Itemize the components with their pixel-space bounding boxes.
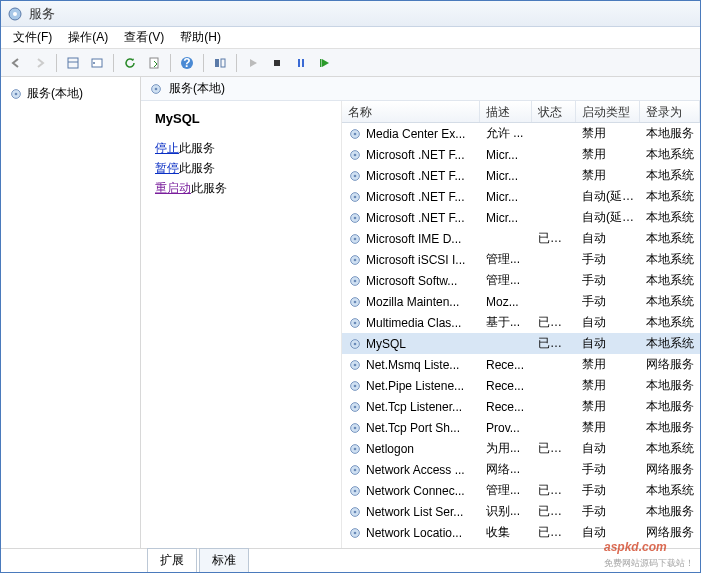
svg-point-30 <box>354 237 357 240</box>
service-row[interactable]: Microsoft Softw...管理...手动本地系统 <box>342 270 700 291</box>
cell-start: 手动 <box>576 503 640 520</box>
back-button[interactable] <box>5 52 27 74</box>
restart-action: 重启动此服务 <box>155 180 327 197</box>
service-list-rows: Media Center Ex...允许 ...禁用本地服务Microsoft … <box>342 123 700 543</box>
menu-file[interactable]: 文件(F) <box>5 27 60 48</box>
properties-button[interactable] <box>86 52 108 74</box>
detail-view-button[interactable] <box>62 52 84 74</box>
svg-point-28 <box>354 216 357 219</box>
toolbar-separator <box>236 54 237 72</box>
cell-start: 自动 <box>576 314 640 331</box>
menu-view[interactable]: 查看(V) <box>116 27 172 48</box>
svg-point-36 <box>354 300 357 303</box>
cell-start: 手动 <box>576 272 640 289</box>
cell-start: 禁用 <box>576 356 640 373</box>
cell-name: Netlogon <box>342 442 480 456</box>
gear-icon <box>348 316 362 330</box>
cell-start: 手动 <box>576 482 640 499</box>
refresh-button[interactable] <box>119 52 141 74</box>
cell-name: Microsoft iSCSI I... <box>342 253 480 267</box>
svg-point-52 <box>354 468 357 471</box>
start-service-button[interactable] <box>242 52 264 74</box>
gear-icon <box>348 232 362 246</box>
cell-desc: Micr... <box>480 211 532 225</box>
col-start[interactable]: 启动类型 <box>576 101 640 122</box>
cell-logon: 本地服务 <box>640 398 700 415</box>
svg-point-22 <box>354 153 357 156</box>
service-row[interactable]: Net.Tcp Listener...Rece...禁用本地服务 <box>342 396 700 417</box>
menu-help[interactable]: 帮助(H) <box>172 27 229 48</box>
pause-link[interactable]: 暂停 <box>155 161 179 175</box>
service-row[interactable]: Media Center Ex...允许 ...禁用本地服务 <box>342 123 700 144</box>
cell-desc: Moz... <box>480 295 532 309</box>
col-logon[interactable]: 登录为 <box>640 101 700 122</box>
gear-icon <box>348 421 362 435</box>
cell-status: 已启动 <box>532 524 576 541</box>
cell-start: 自动(延迟... <box>576 209 640 226</box>
tab-standard[interactable]: 标准 <box>199 548 249 572</box>
cell-desc: 收集 <box>480 524 532 541</box>
service-row[interactable]: Network Connec...管理...已启动手动本地系统 <box>342 480 700 501</box>
toolbar-separator <box>203 54 204 72</box>
gear-icon <box>348 274 362 288</box>
cell-name: Microsoft IME D... <box>342 232 480 246</box>
cell-start: 禁用 <box>576 377 640 394</box>
gear-icon <box>348 379 362 393</box>
service-row[interactable]: Net.Pipe Listene...Rece...禁用本地服务 <box>342 375 700 396</box>
tree-root-label: 服务(本地) <box>27 85 83 102</box>
cell-start: 禁用 <box>576 146 640 163</box>
cell-desc: 网络... <box>480 461 532 478</box>
restart-service-button[interactable] <box>314 52 336 74</box>
show-hide-button[interactable] <box>209 52 231 74</box>
selected-service-name: MySQL <box>155 111 327 126</box>
service-row[interactable]: Microsoft .NET F...Micr...禁用本地系统 <box>342 144 700 165</box>
svg-rect-10 <box>221 59 225 67</box>
service-row[interactable]: Microsoft iSCSI I...管理...手动本地系统 <box>342 249 700 270</box>
service-row[interactable]: Microsoft .NET F...Micr...自动(延迟...本地系统 <box>342 186 700 207</box>
cell-logon: 本地系统 <box>640 251 700 268</box>
stop-service-button[interactable] <box>266 52 288 74</box>
cell-desc: 管理... <box>480 251 532 268</box>
svg-point-50 <box>354 447 357 450</box>
service-row[interactable]: Network Access ...网络...手动网络服务 <box>342 459 700 480</box>
service-row[interactable]: Microsoft .NET F...Micr...禁用本地系统 <box>342 165 700 186</box>
tree-root-item[interactable]: 服务(本地) <box>5 83 136 104</box>
toolbar: ? <box>1 49 700 77</box>
tab-extended[interactable]: 扩展 <box>147 548 197 572</box>
service-row[interactable]: Network Locatio...收集已启动自动网络服务 <box>342 522 700 543</box>
service-row[interactable]: Multimedia Clas...基于...已启动自动本地系统 <box>342 312 700 333</box>
service-row[interactable]: Net.Msmq Liste...Rece...禁用网络服务 <box>342 354 700 375</box>
services-icon <box>7 6 23 22</box>
stop-link[interactable]: 停止 <box>155 141 179 155</box>
col-name[interactable]: 名称 <box>342 101 480 122</box>
cell-name: Media Center Ex... <box>342 127 480 141</box>
export-button[interactable] <box>143 52 165 74</box>
tree-pane: 服务(本地) <box>1 77 141 548</box>
cell-desc: 管理... <box>480 482 532 499</box>
menu-action[interactable]: 操作(A) <box>60 27 116 48</box>
service-row[interactable]: Mozilla Mainten...Moz...手动本地系统 <box>342 291 700 312</box>
help-button[interactable]: ? <box>176 52 198 74</box>
cell-desc: 管理... <box>480 272 532 289</box>
cell-start: 禁用 <box>576 398 640 415</box>
cell-start: 手动 <box>576 461 640 478</box>
forward-button[interactable] <box>29 52 51 74</box>
cell-start: 自动 <box>576 524 640 541</box>
cell-desc: Micr... <box>480 169 532 183</box>
service-row[interactable]: Network List Ser...识别...已启动手动本地服务 <box>342 501 700 522</box>
service-row[interactable]: Net.Tcp Port Sh...Prov...禁用本地服务 <box>342 417 700 438</box>
restart-link[interactable]: 重启动 <box>155 181 191 195</box>
cell-logon: 本地服务 <box>640 377 700 394</box>
col-status[interactable]: 状态 <box>532 101 576 122</box>
cell-logon: 本地系统 <box>640 272 700 289</box>
col-desc[interactable]: 描述 <box>480 101 532 122</box>
pause-service-button[interactable] <box>290 52 312 74</box>
gear-icon <box>348 463 362 477</box>
service-row[interactable]: Microsoft .NET F...Micr...自动(延迟...本地系统 <box>342 207 700 228</box>
cell-name: Net.Tcp Port Sh... <box>342 421 480 435</box>
cell-start: 禁用 <box>576 167 640 184</box>
svg-rect-9 <box>215 59 219 67</box>
service-row[interactable]: Microsoft IME D...已启动自动本地系统 <box>342 228 700 249</box>
service-row[interactable]: MySQL已启动自动本地系统 <box>342 333 700 354</box>
service-row[interactable]: Netlogon为用...已启动自动本地系统 <box>342 438 700 459</box>
